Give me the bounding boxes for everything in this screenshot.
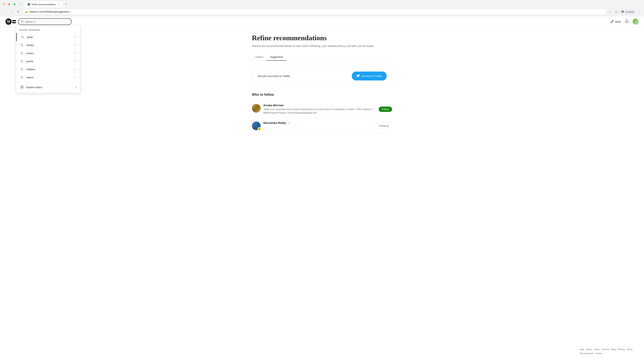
footer-careers-link[interactable]: Careers	[602, 348, 609, 351]
remove-search-writer-button[interactable]: ×	[72, 35, 77, 39]
search-item-shriley[interactable]: Shriley ×	[16, 41, 80, 49]
remove-search-poetry-button[interactable]: ×	[72, 59, 77, 63]
svg-line-18	[22, 62, 23, 62]
avatar-image	[632, 18, 639, 25]
tab-close-button[interactable]: ×	[57, 3, 60, 6]
forward-button[interactable]: →	[9, 9, 14, 14]
areeba-description: "Math is an essential tool for physics a…	[263, 108, 376, 115]
address-bar[interactable]: 🔒 medium.com/me/following/suggestions	[22, 9, 606, 15]
tab-suggestions[interactable]: Suggestions	[267, 54, 286, 61]
search-icon	[21, 20, 24, 23]
search-item-children[interactable]: children ×	[16, 65, 80, 73]
search-item-icon-poetry	[20, 59, 24, 63]
tab-dropdown-button[interactable]	[19, 2, 24, 7]
search-item-text-stories: stories	[26, 52, 72, 55]
back-button[interactable]: ←	[2, 9, 8, 14]
footer-text-to-speech-link[interactable]: Text to speech	[580, 352, 594, 355]
explore-topics-label: Explore topics	[26, 86, 75, 89]
search-item-text-writer: writer	[27, 36, 72, 38]
areeba-name: Areeba Merriam	[263, 104, 376, 107]
incognito-icon	[621, 10, 624, 13]
footer-blog-link[interactable]: Blog	[611, 348, 616, 351]
remove-search-shriley-button[interactable]: ×	[72, 43, 77, 47]
remove-search-stories-button[interactable]: ×	[72, 51, 77, 55]
verified-badge: ✓	[288, 122, 290, 124]
following-neeramitra-button[interactable]: Following	[375, 123, 392, 129]
explore-topics-item[interactable]: Explore topics ↗	[16, 83, 80, 91]
follow-item-areeba: Areeba Merriam "Math is an essential too…	[252, 100, 392, 118]
recent-searches-label: RECENT SEARCHES	[16, 29, 80, 33]
explore-icon	[20, 85, 24, 89]
footer-status-link[interactable]: Status	[586, 348, 592, 351]
svg-point-8	[623, 12, 624, 13]
svg-point-7	[622, 12, 622, 13]
follow-areeba-button[interactable]: Follow	[379, 107, 392, 112]
search-item-icon-nature	[20, 75, 24, 80]
search-item-icon-children	[20, 67, 24, 71]
search-box[interactable]: Search |	[18, 18, 72, 25]
search-item-writer[interactable]: writer ×	[16, 33, 80, 41]
twitter-section: See who you know on Twitter. Connect to …	[252, 67, 392, 85]
logo-bar-2	[12, 22, 16, 23]
app-container: M Search | RECENT SEARCHES	[0, 16, 644, 362]
write-button[interactable]: Write	[610, 19, 621, 24]
search-item-nature[interactable]: nature ×	[16, 73, 80, 81]
incognito-profile: Incognito	[619, 9, 636, 14]
footer-links: Help Status About Careers Blog Privacy T…	[580, 348, 634, 355]
search-dropdown: RECENT SEARCHES writer ×	[16, 26, 80, 93]
search-item-icon	[20, 35, 25, 39]
footer-about-link[interactable]: About	[594, 348, 600, 351]
twitter-icon	[356, 74, 360, 78]
new-tab-button[interactable]: +	[64, 2, 68, 7]
window-minimize-button[interactable]	[1, 2, 6, 7]
user-avatar[interactable]	[632, 18, 639, 25]
footer-terms-link[interactable]: Terms	[627, 348, 632, 351]
medium-logo[interactable]: M	[5, 18, 16, 25]
search-item-stories[interactable]: stories ×	[16, 49, 80, 57]
svg-marker-3	[21, 4, 22, 5]
logo-letter: M	[7, 19, 10, 23]
svg-line-14	[22, 45, 23, 46]
svg-point-24	[22, 87, 22, 87]
areeba-info: Areeba Merriam "Math is an essential too…	[263, 104, 376, 115]
remove-search-nature-button[interactable]: ×	[72, 75, 77, 79]
footer-privacy-link[interactable]: Privacy	[618, 348, 625, 351]
neeramitra-name: Neeramitra Reddy ✓	[263, 121, 372, 124]
window-close-button[interactable]	[7, 2, 12, 7]
svg-point-0	[3, 3, 4, 5]
browser-menu-button[interactable]: ⋮	[636, 9, 642, 14]
search-item-poetry[interactable]: poetry ×	[16, 57, 80, 65]
incognito-label: Incognito	[626, 10, 634, 13]
notifications-button[interactable]	[625, 19, 628, 24]
footer-help-link[interactable]: Help	[580, 348, 584, 351]
areeba-avatar-image	[252, 104, 260, 113]
window-maximize-button[interactable]	[12, 2, 17, 7]
page-title: Refine recommendations	[252, 34, 392, 42]
svg-line-10	[23, 22, 24, 22]
remove-search-children-button[interactable]: ×	[72, 67, 77, 71]
search-item-text-shriley: Shriley	[26, 44, 72, 46]
twitter-section-text: See who you know on Twitter.	[258, 75, 352, 77]
search-item-text-poetry: poetry	[26, 60, 72, 63]
svg-point-2	[14, 3, 15, 5]
search-input[interactable]: Search	[25, 20, 33, 23]
who-to-follow-title: Who to follow	[252, 93, 392, 96]
reload-button[interactable]: ↻	[16, 9, 21, 14]
neeramitra-info: Neeramitra Reddy ✓	[263, 121, 372, 125]
main-content: Refine recommendations Authors are recom…	[246, 27, 398, 140]
connect-twitter-button[interactable]: Connect to Twitter	[352, 71, 386, 80]
page-tabs: Authors Suggestions	[252, 54, 392, 61]
footer-teams-link[interactable]: Teams	[596, 352, 602, 355]
bookmark-button[interactable]: ☆	[607, 9, 613, 14]
active-tab[interactable]: Refine recommendations ×	[25, 1, 63, 7]
search-item-icon-shriley	[20, 43, 24, 47]
search-item-text-children: children	[26, 68, 72, 71]
search-container: Search | RECENT SEARCHES writer ×	[18, 18, 72, 25]
connect-twitter-label: Connect to Twitter	[362, 75, 382, 77]
split-view-button[interactable]: ⬜	[613, 9, 619, 14]
explore-arrow-icon: ↗	[75, 86, 77, 88]
svg-line-20	[22, 70, 23, 70]
svg-point-1	[8, 3, 10, 5]
tab-authors[interactable]: Authors	[252, 54, 267, 61]
write-icon	[610, 19, 614, 24]
